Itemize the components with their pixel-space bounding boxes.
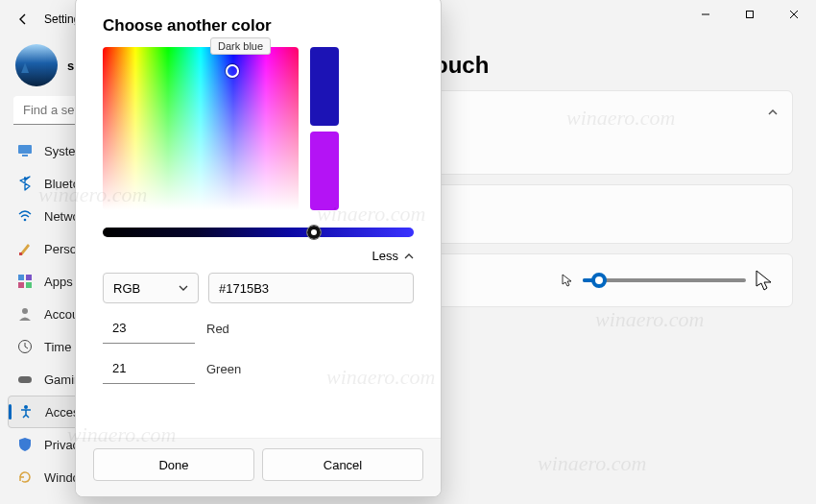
red-label: Red <box>206 322 229 336</box>
size-slider[interactable] <box>583 278 746 282</box>
color-mode-select[interactable]: RGB <box>103 273 199 303</box>
svg-point-9 <box>22 308 28 314</box>
close-button[interactable] <box>772 0 816 29</box>
chevron-down-icon <box>179 283 188 293</box>
system-icon <box>17 143 33 158</box>
profile-name: s <box>67 59 74 73</box>
svg-point-12 <box>24 405 28 409</box>
slider-thumb[interactable] <box>591 273 607 288</box>
cursor-large-icon <box>756 270 773 291</box>
svg-rect-4 <box>19 252 22 255</box>
clock-icon <box>17 339 33 354</box>
chevron-up-icon <box>404 252 414 261</box>
red-input[interactable] <box>103 313 195 344</box>
value-slider[interactable] <box>103 228 414 237</box>
svg-rect-5 <box>18 275 24 280</box>
svg-rect-6 <box>26 275 32 280</box>
spectrum-cursor[interactable] <box>226 64 239 78</box>
chevron-up-icon[interactable] <box>767 105 779 122</box>
cursor-small-icon <box>562 274 573 287</box>
shield-icon <box>17 437 33 452</box>
avatar <box>15 44 58 86</box>
preview-current-color <box>310 132 339 210</box>
wifi-icon <box>17 208 33 224</box>
svg-rect-8 <box>26 282 32 288</box>
brush-icon <box>17 241 33 256</box>
bluetooth-icon <box>17 176 33 191</box>
svg-rect-1 <box>18 145 32 154</box>
color-picker-dialog: Choose another color Dark blue Less RGB <box>75 0 442 497</box>
svg-rect-7 <box>18 282 24 288</box>
green-input[interactable] <box>103 353 195 384</box>
update-icon <box>17 469 33 485</box>
green-label: Green <box>206 362 241 376</box>
done-button[interactable]: Done <box>93 448 254 481</box>
maximize-button[interactable] <box>728 0 772 29</box>
dialog-title: Choose another color <box>103 16 414 36</box>
svg-rect-2 <box>22 155 28 156</box>
back-button[interactable] <box>12 8 35 31</box>
accessibility-icon <box>18 404 34 420</box>
value-slider-thumb[interactable] <box>306 225 322 240</box>
hex-input[interactable] <box>208 273 414 303</box>
color-spectrum[interactable] <box>103 47 299 210</box>
apps-icon <box>17 274 33 289</box>
minimize-button[interactable] <box>684 0 728 29</box>
toggle-less[interactable]: Less <box>103 249 414 263</box>
preview-previous-color <box>310 47 339 126</box>
svg-point-3 <box>24 219 27 222</box>
svg-rect-11 <box>18 376 32 383</box>
svg-rect-0 <box>747 12 754 18</box>
gamepad-icon <box>17 372 33 387</box>
cancel-button[interactable]: Cancel <box>262 448 423 481</box>
color-tooltip: Dark blue <box>210 37 271 55</box>
person-icon <box>17 306 33 322</box>
